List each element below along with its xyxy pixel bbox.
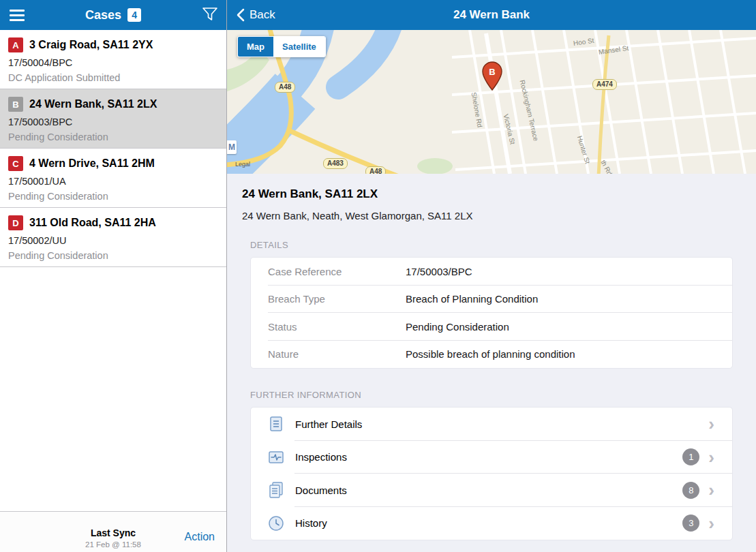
map-logo: M: [227, 140, 237, 154]
inspections-icon: [267, 448, 285, 466]
case-letter-badge: C: [8, 156, 23, 171]
detail-row: Breach Type Breach of Planning Condition: [251, 286, 732, 313]
info-row-label: Documents: [295, 485, 682, 496]
further-info-card: Further Details › Inspections 1 ›: [250, 407, 733, 540]
case-status: Pending Consideration: [8, 250, 218, 261]
case-full-address: 24 Wern Bank, Neath, West Glamorgan, SA1…: [227, 201, 756, 221]
documents-row[interactable]: Documents 8 ›: [251, 474, 732, 507]
further-details-row[interactable]: Further Details ›: [251, 408, 732, 441]
case-address: 311 Old Road, SA11 2HA: [29, 217, 156, 229]
chevron-right-icon: ›: [708, 450, 714, 464]
filter-icon[interactable]: [202, 7, 217, 25]
back-button[interactable]: Back: [237, 8, 275, 22]
detail-row: Status Pending Consideration: [251, 313, 732, 341]
case-reference: 17/50004/BPC: [8, 57, 218, 68]
count-badge: 8: [682, 482, 699, 499]
case-letter-badge: A: [8, 37, 23, 52]
case-row[interactable]: A 3 Craig Road, SA11 2YX 17/50004/BPC DC…: [0, 30, 226, 89]
detail-title: 24 Wern Bank: [453, 8, 530, 22]
case-row[interactable]: B 24 Wern Bank, SA11 2LX 17/50003/BPC Pe…: [0, 89, 226, 149]
menu-icon[interactable]: [10, 7, 25, 24]
detail-row-value: Possible breach of planning condition: [406, 348, 575, 360]
case-reference: 17/50001/UA: [8, 176, 218, 187]
case-list: A 3 Craig Road, SA11 2YX 17/50004/BPC DC…: [0, 30, 226, 267]
sidebar-title-group: Cases 4: [27, 8, 199, 22]
map-canvas[interactable]: Hoo St Mansel St Rockingham Terrace Vict…: [227, 30, 756, 174]
info-row-label: Further Details: [295, 418, 708, 430]
marker-label: B: [489, 67, 495, 77]
chevron-right-icon: ›: [708, 517, 714, 530]
map-type-control: Map Satellite: [237, 36, 326, 57]
detail-row-label: Nature: [268, 348, 406, 360]
back-chevron-icon: [237, 8, 245, 22]
details-card: Case Reference 17/50003/BPC Breach Type …: [250, 257, 733, 369]
details-section-label: DETAILS: [250, 240, 756, 250]
action-button[interactable]: Action: [185, 531, 215, 543]
detail-row: Nature Possible breach of planning condi…: [251, 341, 732, 369]
back-label: Back: [250, 8, 275, 22]
detail-row-label: Status: [268, 321, 406, 333]
case-letter-badge: B: [8, 97, 23, 112]
case-heading: 24 Wern Bank, SA11 2LX: [227, 174, 756, 201]
case-row[interactable]: C 4 Wern Drive, SA11 2HM 17/50001/UA Pen…: [0, 149, 226, 208]
detail-row: Case Reference 17/50003/BPC: [251, 258, 732, 286]
sidebar-title: Cases: [85, 8, 121, 22]
history-row[interactable]: History 3 ›: [251, 507, 732, 540]
case-row[interactable]: D 311 Old Road, SA11 2HA 17/50002/UU Pen…: [0, 208, 226, 267]
case-address: 24 Wern Bank, SA11 2LX: [29, 98, 157, 110]
case-status: DC Application Submitted: [8, 72, 218, 83]
case-count-badge: 4: [127, 8, 141, 22]
satellite-view-button[interactable]: Satellite: [273, 37, 325, 57]
further-details-icon: [267, 415, 285, 433]
documents-icon: [267, 481, 285, 499]
inspections-row[interactable]: Inspections 1 ›: [251, 441, 732, 474]
case-address: 4 Wern Drive, SA11 2HM: [29, 157, 155, 170]
chevron-right-icon: ›: [708, 483, 714, 497]
further-info-section-label: FURTHER INFORMATION: [250, 390, 756, 400]
detail-row-value: Breach of Planning Condition: [406, 293, 538, 305]
detail-row-label: Breach Type: [268, 293, 406, 305]
case-reference: 17/50003/BPC: [8, 117, 218, 127]
case-address: 3 Craig Road, SA11 2YX: [29, 39, 153, 51]
case-letter-badge: D: [8, 215, 23, 230]
case-detail-panel: Back 24 Wern Bank: [227, 0, 756, 552]
chevron-right-icon: ›: [708, 417, 714, 431]
case-reference: 17/50002/UU: [8, 235, 218, 246]
detail-header: Back 24 Wern Bank: [227, 0, 756, 30]
legal-link[interactable]: Legal: [235, 161, 250, 168]
road-badge: A474: [592, 79, 617, 90]
app-window: Cases 4 A 3 Craig Road, SA11 2YX 17/5000…: [0, 0, 756, 552]
detail-row-value: Pending Consideration: [406, 321, 509, 333]
road-badge: A48: [365, 166, 386, 174]
detail-row-value: 17/50003/BPC: [406, 266, 472, 277]
case-status: Pending Consideration: [8, 132, 218, 142]
info-row-label: History: [295, 517, 682, 529]
cases-sidebar: Cases 4 A 3 Craig Road, SA11 2YX 17/5000…: [0, 0, 227, 552]
case-status: Pending Consideration: [8, 191, 218, 202]
detail-row-label: Case Reference: [268, 266, 406, 277]
info-row-label: Inspections: [295, 451, 682, 463]
road-badge: A48: [275, 82, 295, 93]
sidebar-header: Cases 4: [0, 0, 226, 30]
detail-body: 24 Wern Bank, SA11 2LX 24 Wern Bank, Nea…: [227, 174, 756, 552]
map-marker-b[interactable]: B: [482, 61, 502, 94]
map-view-button[interactable]: Map: [238, 37, 273, 57]
sidebar-footer: Last Sync 21 Feb @ 11:58 Action: [0, 511, 226, 552]
count-badge: 1: [682, 448, 699, 465]
count-badge: 3: [682, 515, 699, 532]
road-badge: A483: [323, 158, 348, 169]
history-clock-icon: [267, 515, 285, 532]
